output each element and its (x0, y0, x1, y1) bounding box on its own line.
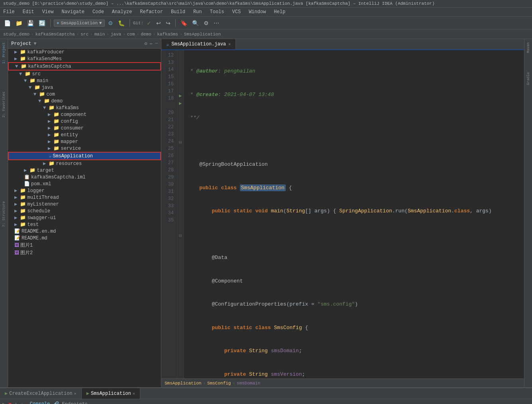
menu-tools[interactable]: Tools (208, 8, 226, 16)
tab-close-smsapplication[interactable]: ✕ (228, 42, 231, 47)
right-icon-gradle[interactable]: Gradle (526, 71, 531, 86)
run-tab-createexcel[interactable]: ▶ CreateExcelApplication ✕ (0, 388, 82, 399)
code-nav-field[interactable]: smsDomain (237, 381, 260, 386)
right-icon-maven[interactable]: Maven (526, 41, 531, 55)
toolbar-open-btn[interactable]: 📁 (14, 19, 24, 27)
project-expand-icon[interactable]: ⇔ (150, 41, 153, 47)
menu-navigate[interactable]: Navigate (60, 8, 86, 16)
project-panel-header: Project ▼ ⚙ ⇔ ─ (8, 39, 161, 49)
tree-item-kafkasmscaptcha[interactable]: ▼ 📁 kafkaSmsCaptcha (8, 62, 161, 71)
left-icon-project[interactable]: 1: Project (1, 41, 7, 65)
tree-item-consumer[interactable]: ▶ 📁 consumer (8, 125, 161, 131)
tree-item-image1[interactable]: 🖼 图片1 (8, 241, 161, 249)
tree-item-readme[interactable]: 📝 README.md (8, 235, 161, 241)
tab-icon-smsapplication: ☕ (166, 41, 169, 47)
git-checkmark-btn[interactable]: ✓ (145, 19, 153, 27)
project-gear-icon[interactable]: ⚙ (144, 41, 147, 47)
gutter: ▶ ▶ ⊟ (177, 50, 184, 379)
tree-item-mapper[interactable]: ▶ 📁 mapper (8, 138, 161, 145)
code-line-20 (187, 231, 521, 239)
tree-item-logger[interactable]: ▶ 📁 logger (8, 187, 161, 194)
tree-item-java[interactable]: ▼ 📁 java (8, 84, 161, 91)
toolbar-debug-btn[interactable]: 🐛 (116, 19, 126, 27)
tree-item-demo[interactable]: ▼ 📁 demo (8, 98, 161, 104)
tree-item-entity[interactable]: ▶ 📁 entity (8, 131, 161, 138)
tab-smsapplication[interactable]: ☕ SmsApplication.java ✕ (161, 39, 236, 49)
folder-icon-kafkaproducer: ▶ 📁 (14, 49, 26, 55)
toolbar-more-btn[interactable]: ⋯ (212, 19, 221, 27)
project-dropdown-icon[interactable]: ▼ (33, 41, 36, 47)
run-tab-label-smsapplication: SmsApplication (91, 391, 131, 396)
menu-run[interactable]: Run (192, 8, 204, 16)
run-tab-smsapplication[interactable]: ▶ SmsApplication ✕ (82, 388, 140, 399)
code-nav-inner-class[interactable]: SmsConfig (207, 381, 231, 386)
tree-item-config[interactable]: ▶ 📁 config (8, 118, 161, 125)
menu-build[interactable]: Build (169, 8, 187, 16)
menu-help[interactable]: Help (272, 8, 287, 16)
tree-item-component[interactable]: ▶ 📁 component (8, 111, 161, 118)
git-undo-btn[interactable]: ↩ (155, 19, 163, 27)
run-config-dropdown[interactable]: ● SmsApplication ▼ (54, 20, 105, 27)
tree-item-main[interactable]: ▼ 📁 main (8, 77, 161, 84)
breadcrumb-study-demo[interactable]: study_demo (3, 32, 29, 37)
menu-vcs[interactable]: VCS (231, 8, 243, 16)
git-redo-btn[interactable]: ↪ (164, 19, 172, 27)
tree-item-schedule[interactable]: ▶ 📁 schedule (8, 208, 161, 214)
run-toolbar-up-btn[interactable]: ↑ (14, 402, 17, 404)
breadcrumb-com[interactable]: com (127, 32, 135, 37)
run-endpoints-tab[interactable]: 🔗 Endpoints (53, 401, 88, 404)
breadcrumb-java[interactable]: java (111, 32, 121, 37)
tree-item-kafkasms[interactable]: ▼ 📁 kafkaSms (8, 104, 161, 111)
left-icon-structure[interactable]: 7: Structure (1, 200, 7, 229)
run-toolbar-restart-btn[interactable]: ▶ (2, 401, 5, 404)
tree-item-pom-xml[interactable]: 📄 pom.xml (8, 180, 161, 187)
code-editor[interactable]: 12 13 14 15 16 17 18 20 21 22 23 24 25 2… (161, 50, 524, 379)
left-icon-favorites[interactable]: 2: Favorites (1, 90, 7, 119)
breadcrumb-src[interactable]: src (80, 32, 88, 37)
breadcrumb-main[interactable]: main (94, 32, 105, 37)
tree-item-multithread[interactable]: ▶ 📁 multiThread (8, 194, 161, 201)
toolbar-sync-btn[interactable]: 🔄 (37, 19, 47, 27)
menu-analyze[interactable]: Analyze (110, 8, 133, 16)
tree-item-kafkaproducer[interactable]: ▶ 📁 kafkaProducer (8, 49, 161, 55)
code-nav-class[interactable]: SmsApplication (165, 381, 201, 386)
menu-refactor[interactable]: Refactor (138, 8, 165, 16)
breadcrumb-smsapplication[interactable]: SmsApplication (184, 32, 221, 37)
toolbar-settings-btn[interactable]: ⚙ (202, 19, 210, 27)
run-tab-close-smsapplication[interactable]: ✕ (133, 391, 135, 396)
toolbar-bookmark-btn[interactable]: 🔖 (179, 19, 189, 27)
toolbar-build-btn[interactable]: ⚙ (106, 19, 115, 27)
run-toolbar-down-btn[interactable]: ↓ (21, 402, 24, 404)
toolbar-search-btn[interactable]: 🔍 (190, 19, 200, 27)
run-toolbar-stop-btn[interactable]: ■ (8, 402, 11, 404)
menu-view[interactable]: View (41, 8, 55, 16)
tree-item-kafkasmscaptcha-iml[interactable]: 📋 kafkaSmsCaptcha.iml (8, 174, 161, 180)
tree-item-com[interactable]: ▼ 📁 com (8, 91, 161, 98)
tree-item-readme-en[interactable]: 📝 README.en.md (8, 228, 161, 235)
run-tab-close-createexcel[interactable]: ✕ (74, 391, 77, 396)
menu-code[interactable]: Code (91, 8, 106, 16)
folder-icon-kafkasms: ▼ 📁 (43, 105, 55, 111)
breadcrumb-kafkasmscaptcha[interactable]: kafkaSmsCaptcha (35, 32, 75, 37)
tree-item-target[interactable]: ▶ 📁 target (8, 167, 161, 174)
tree-item-swagger-ui[interactable]: ▶ 📁 swagger-ui (8, 214, 161, 221)
project-minimize-icon[interactable]: ─ (155, 41, 158, 47)
tree-item-image2[interactable]: 🖼 图片2 (8, 249, 161, 257)
tree-item-mylistenner[interactable]: ▶ 📁 myListenner (8, 201, 161, 208)
toolbar-save-btn[interactable]: 💾 (26, 19, 35, 27)
code-content[interactable]: * @author: penghailan * @create: 2021-04… (184, 50, 524, 379)
run-console-tab[interactable]: Console (30, 401, 50, 404)
menu-file[interactable]: File (2, 8, 16, 16)
tree-item-service[interactable]: ▶ 📁 service (8, 145, 161, 152)
menu-window[interactable]: Window (247, 8, 267, 16)
breadcrumb-kafkasms[interactable]: kafkaSms (157, 32, 178, 37)
breadcrumb-demo[interactable]: demo (141, 32, 151, 37)
toolbar-new-btn[interactable]: 📄 (2, 19, 12, 27)
tree-item-kafkasendmes[interactable]: ▶ 📁 kafkaSendMes (8, 55, 161, 62)
tree-item-src[interactable]: ▼ 📁 src (8, 71, 161, 77)
tree-item-resources[interactable]: ▶ 📁 resources (8, 160, 161, 167)
code-nav-sep-2: › (232, 381, 235, 386)
menu-edit[interactable]: Edit (21, 8, 36, 16)
tree-item-test[interactable]: ▶ 📁 test (8, 221, 161, 228)
tree-item-smsapplication[interactable]: ☕ SmsApplication (8, 152, 161, 160)
